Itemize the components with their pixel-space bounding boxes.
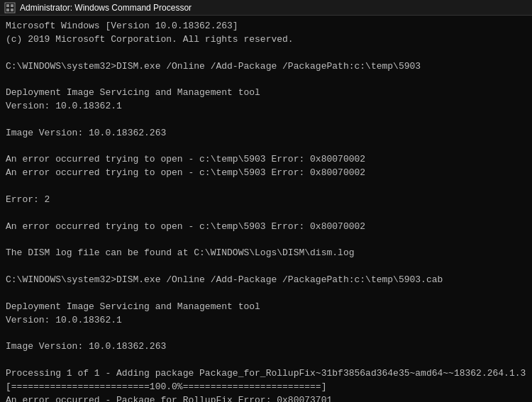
- terminal-line: [6, 260, 526, 274]
- terminal-line: Deployment Image Servicing and Managemen…: [6, 301, 526, 314]
- terminal-line: [6, 113, 526, 127]
- terminal-line: An error occurred trying to open - c:\te…: [6, 167, 526, 180]
- terminal-line: (c) 2019 Microsoft Corporation. All righ…: [6, 33, 526, 47]
- terminal-line: Processing 1 of 1 - Adding package Packa…: [6, 367, 526, 381]
- terminal-line: An error occurred trying to open - c:\te…: [6, 220, 526, 234]
- title-bar: Administrator: Windows Command Processor: [0, 0, 532, 16]
- terminal-line: Deployment Image Servicing and Managemen…: [6, 86, 526, 100]
- terminal-line: Image Version: 10.0.18362.263: [6, 127, 526, 140]
- title-bar-text: Administrator: Windows Command Processor: [20, 3, 192, 13]
- terminal-line: [6, 73, 526, 86]
- terminal-line: [6, 287, 526, 301]
- terminal-line: Version: 10.0.18362.1: [6, 100, 526, 113]
- terminal-line: [6, 207, 526, 220]
- svg-rect-2: [11, 4, 13, 7]
- terminal-line: An error occurred trying to open - c:\te…: [6, 153, 526, 167]
- terminal-line: C:\WINDOWS\system32>DISM.exe /Online /Ad…: [6, 274, 526, 287]
- terminal-body: Microsoft Windows [Version 10.0.18362.26…: [0, 16, 532, 402]
- svg-rect-3: [6, 9, 9, 11]
- svg-rect-1: [6, 4, 9, 7]
- terminal-line: [6, 180, 526, 194]
- terminal-line: C:\WINDOWS\system32>DISM.exe /Online /Ad…: [6, 60, 526, 74]
- terminal-line: Microsoft Windows [Version 10.0.18362.26…: [6, 20, 526, 33]
- terminal-line: The DISM log file can be found at C:\WIN…: [6, 247, 526, 260]
- terminal-line: An error occurred - Package_for_RollupFi…: [6, 394, 526, 402]
- terminal-line: Error: 2: [6, 194, 526, 207]
- terminal-line: [6, 354, 526, 367]
- terminal-line: Image Version: 10.0.18362.263: [6, 340, 526, 354]
- terminal-line: [6, 140, 526, 154]
- terminal-line: [6, 327, 526, 340]
- terminal-line: [6, 47, 526, 60]
- terminal-line: Version: 10.0.18362.1: [6, 314, 526, 328]
- svg-rect-4: [11, 9, 13, 11]
- terminal-line: [=========================100.0%========…: [6, 381, 526, 394]
- terminal-line: [6, 234, 526, 247]
- window-icon: [4, 2, 16, 13]
